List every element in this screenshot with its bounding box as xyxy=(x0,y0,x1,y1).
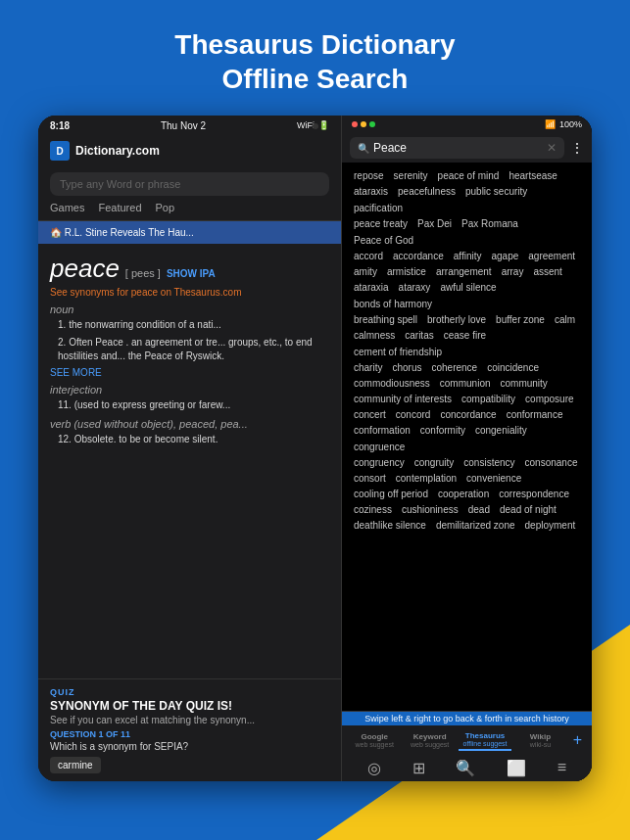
synonym-word[interactable]: congeniality xyxy=(471,423,531,438)
tab-featured[interactable]: Featured xyxy=(98,202,141,216)
synonym-word[interactable]: Peace of God xyxy=(350,233,417,248)
synonym-word[interactable]: concordance xyxy=(436,407,500,422)
synonym-word[interactable]: array xyxy=(498,264,528,279)
synonym-word[interactable]: amity xyxy=(350,264,381,279)
tab-popular[interactable]: Pop xyxy=(156,202,175,216)
nav-search-icon[interactable]: 🔍 xyxy=(456,759,475,777)
synonym-word[interactable]: calmness xyxy=(350,328,399,343)
synonym-word[interactable]: contemplation xyxy=(392,471,460,486)
synonym-word[interactable]: dead of night xyxy=(496,502,560,517)
synonym-word[interactable]: buffer zone xyxy=(492,312,549,327)
synonym-word[interactable]: deathlike silence xyxy=(350,518,430,533)
synonym-row: consortcontemplationconvenience xyxy=(350,471,584,486)
synonym-word[interactable]: ataraxia xyxy=(350,280,393,295)
synonym-word[interactable]: ataraxy xyxy=(395,280,435,295)
synonym-word[interactable]: accord xyxy=(350,249,387,263)
quiz-question-num: QUESTION 1 OF 11 xyxy=(50,729,329,739)
browser-tab-wikip[interactable]: Wikipwiki-su xyxy=(513,730,566,750)
synonym-word[interactable]: congruity xyxy=(411,455,459,470)
synonym-word[interactable]: peace of mind xyxy=(434,168,504,183)
synonym-word[interactable]: concert xyxy=(350,407,390,422)
synonym-word[interactable]: coziness xyxy=(350,502,396,517)
synonym-word[interactable]: concord xyxy=(392,407,435,422)
synonym-word[interactable]: cease fire xyxy=(440,328,490,343)
synonym-word[interactable]: armistice xyxy=(383,264,430,279)
synonym-word[interactable]: heartsease xyxy=(505,168,560,183)
synonym-word[interactable]: compatibility xyxy=(458,392,519,406)
synonym-word[interactable]: demilitarized zone xyxy=(432,518,519,533)
status-bar: 8:18 Thu Nov 2 WiFi 🔋 xyxy=(38,116,341,135)
synonym-word[interactable]: Pax Romana xyxy=(458,216,522,231)
synonym-word[interactable]: commodiousness xyxy=(350,376,434,391)
quiz-answer[interactable]: carmine xyxy=(50,757,101,773)
see-more-button[interactable]: SEE MORE xyxy=(50,367,329,378)
synonym-word[interactable]: awful silence xyxy=(436,280,500,295)
synonym-word[interactable]: congruence xyxy=(350,440,409,454)
tab-games[interactable]: Games xyxy=(50,202,84,216)
synonym-word[interactable]: communion xyxy=(436,376,495,391)
synonym-word[interactable]: cooling off period xyxy=(350,487,432,501)
synonym-word[interactable]: composure xyxy=(521,392,577,406)
synonym-word[interactable]: agreement xyxy=(524,249,579,263)
synonym-word[interactable]: brotherly love xyxy=(423,312,490,327)
synonym-word[interactable]: consonance xyxy=(521,455,582,470)
synonym-word[interactable]: coincidence xyxy=(483,360,543,375)
synonym-word[interactable]: deployment xyxy=(521,518,580,533)
synonym-word[interactable]: accordance xyxy=(389,249,448,263)
browser-tab-thesaurus[interactable]: Thesaurusoffline suggest xyxy=(459,729,511,751)
synonym-word[interactable]: breathing spell xyxy=(350,312,421,327)
maximize-dot[interactable] xyxy=(369,121,375,127)
add-tab-button[interactable]: + xyxy=(569,731,586,749)
synonym-word[interactable]: peace treaty xyxy=(350,216,412,231)
synonym-word[interactable]: congruency xyxy=(350,455,409,470)
synonym-word[interactable]: bonds of harmony xyxy=(350,297,436,311)
synonym-word[interactable]: arrangement xyxy=(432,264,496,279)
synonym-word[interactable]: agape xyxy=(487,249,522,263)
browser-tab-keyword[interactable]: Keywordweb suggest xyxy=(403,730,456,750)
synonym-word[interactable]: coherence xyxy=(427,360,481,375)
browser-tab-google[interactable]: Googleweb suggest xyxy=(348,730,401,750)
synonym-word[interactable]: convenience xyxy=(462,471,525,486)
synonym-word[interactable]: calm xyxy=(551,312,579,327)
synonym-word[interactable]: public security xyxy=(461,184,531,199)
nav-menu-icon[interactable]: ≡ xyxy=(557,759,566,777)
search-box[interactable]: Type any Word or phrase xyxy=(50,172,329,196)
rp-more-icon[interactable]: ⋮ xyxy=(570,140,584,156)
synonym-word[interactable]: ataraxis xyxy=(350,184,392,199)
nav-grid-icon[interactable]: ⊞ xyxy=(412,759,425,777)
synonym-word[interactable]: cushioniness xyxy=(398,502,462,517)
nav-compass-icon[interactable]: ◎ xyxy=(367,759,381,777)
rp-clear-icon[interactable]: ✕ xyxy=(547,141,557,155)
browser-icons: ◎ ⊞ 🔍 ⬜ ≡ xyxy=(342,755,592,781)
synonym-word[interactable]: assent xyxy=(529,264,565,279)
synonym-word[interactable]: conformity xyxy=(416,423,469,438)
synonym-word[interactable]: dead xyxy=(464,502,494,517)
synonym-row: breathing spellbrotherly lovebuffer zone… xyxy=(350,312,584,327)
nav-page-icon[interactable]: ⬜ xyxy=(507,759,526,777)
synonym-word[interactable]: charity xyxy=(350,360,386,375)
synonym-word[interactable]: correspondence xyxy=(495,487,573,501)
synonym-word[interactable]: chorus xyxy=(388,360,425,375)
show-ipa-button[interactable]: SHOW IPA xyxy=(167,268,216,279)
synonym-word[interactable]: community of interests xyxy=(350,392,456,406)
synonym-word[interactable]: consort xyxy=(350,471,390,486)
synonym-word[interactable]: affinity xyxy=(450,249,486,263)
synonym-word[interactable]: Pax Dei xyxy=(413,216,456,231)
synonym-word[interactable]: caritas xyxy=(401,328,437,343)
synonym-word[interactable]: repose xyxy=(350,168,388,183)
synonym-word[interactable]: conformance xyxy=(503,407,567,422)
rp-search-input[interactable]: 🔍 Peace ✕ xyxy=(350,137,564,159)
synonym-word[interactable]: serenity xyxy=(390,168,432,183)
def-text-2: Often Peace . an agreement or tre... gro… xyxy=(58,337,313,361)
synonym-word[interactable]: community xyxy=(497,376,552,391)
synonyms-link[interactable]: See synonyms for peace on Thesaurus.com xyxy=(50,287,329,298)
synonym-row: amityarmisticearrangementarrayassent xyxy=(350,264,584,279)
synonym-word[interactable]: conformation xyxy=(350,423,414,438)
synonym-word[interactable]: cooperation xyxy=(434,487,493,501)
synonym-word[interactable]: pacification xyxy=(350,201,407,215)
synonym-word[interactable]: consistency xyxy=(460,455,518,470)
synonym-word[interactable]: peacefulness xyxy=(394,184,460,199)
minimize-dot[interactable] xyxy=(361,121,366,127)
synonym-word[interactable]: cement of friendship xyxy=(350,345,446,359)
close-dot[interactable] xyxy=(352,121,358,127)
